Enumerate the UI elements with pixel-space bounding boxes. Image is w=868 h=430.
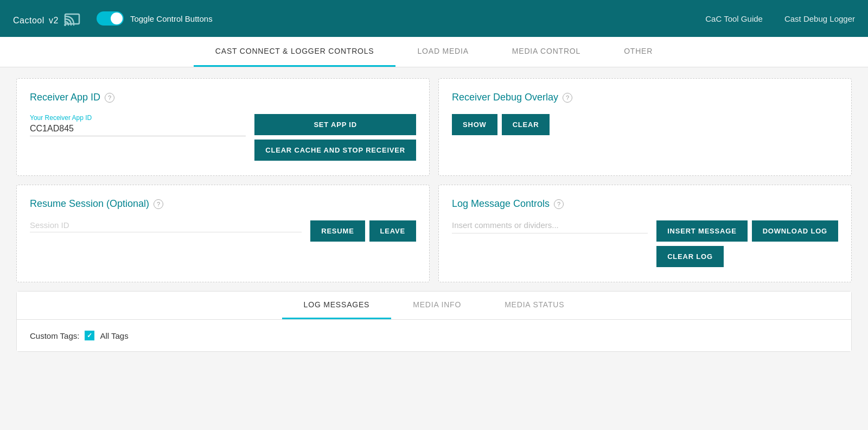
resume-session-body: Session ID RESUME LEAVE	[30, 220, 416, 242]
leave-button[interactable]: LEAVE	[369, 220, 416, 242]
log-controls-body: Insert comments or dividers... INSERT ME…	[452, 220, 838, 267]
receiver-app-id-body: Your Receiver App ID CC1AD845 SET APP ID…	[30, 114, 416, 161]
app-header: Cactool v2 Toggle Control Buttons CaC To…	[0, 0, 868, 37]
receiver-debug-body: SHOW CLEAR	[452, 114, 838, 135]
log-input-placeholder[interactable]: Insert comments or dividers...	[452, 220, 648, 233]
receiver-app-id-buttons: SET APP ID CLEAR CACHE AND STOP RECEIVER	[254, 114, 416, 161]
clear-debug-button[interactable]: CLEAR	[502, 114, 550, 135]
receiver-debug-help-icon[interactable]: ?	[563, 93, 572, 103]
receiver-debug-buttons: SHOW CLEAR	[452, 114, 550, 135]
receiver-app-id-card: Receiver App ID ? Your Receiver App ID C…	[16, 78, 430, 176]
toggle-label: Toggle Control Buttons	[130, 14, 213, 23]
log-message-buttons: INSERT MESSAGE DOWNLOAD LOG CLEAR LOG	[656, 220, 838, 267]
log-top-buttons: INSERT MESSAGE DOWNLOAD LOG	[656, 220, 838, 242]
cast-icon	[64, 11, 84, 26]
cac-tool-guide-link[interactable]: CaC Tool Guide	[705, 14, 763, 23]
header-nav: CaC Tool Guide Cast Debug Logger	[705, 14, 855, 23]
resume-button[interactable]: RESUME	[310, 220, 365, 242]
session-id-input-group: Session ID	[30, 220, 302, 232]
set-app-id-button[interactable]: SET APP ID	[254, 114, 416, 135]
cards-grid: Receiver App ID ? Your Receiver App ID C…	[16, 78, 852, 282]
tab-other[interactable]: OTHER	[602, 37, 674, 67]
resume-session-help-icon[interactable]: ?	[154, 199, 163, 209]
resume-session-card: Resume Session (Optional) ? Session ID R…	[16, 185, 430, 282]
log-input-area: Insert comments or dividers...	[452, 220, 648, 233]
session-id-placeholder[interactable]: Session ID	[30, 220, 302, 232]
log-tab-media-status[interactable]: MEDIA STATUS	[483, 292, 586, 319]
log-tab-log-messages[interactable]: LOG MESSAGES	[282, 292, 392, 319]
custom-tags-area: Custom Tags: All Tags	[30, 331, 838, 340]
receiver-app-id-input-group: Your Receiver App ID CC1AD845	[30, 114, 246, 136]
receiver-debug-overlay-title: Receiver Debug Overlay ?	[452, 92, 838, 103]
clear-log-button[interactable]: CLEAR LOG	[656, 246, 724, 267]
log-tab-media-info[interactable]: MEDIA INFO	[391, 292, 483, 319]
resume-session-buttons: RESUME LEAVE	[310, 220, 416, 242]
receiver-debug-overlay-card: Receiver Debug Overlay ? SHOW CLEAR	[438, 78, 852, 176]
resume-session-title: Resume Session (Optional) ?	[30, 198, 416, 210]
download-log-button[interactable]: DOWNLOAD LOG	[752, 220, 838, 242]
tab-media-control[interactable]: MEDIA CONTROL	[490, 37, 602, 67]
svg-point-1	[64, 24, 66, 26]
cast-debug-logger-link[interactable]: Cast Debug Logger	[784, 14, 855, 23]
log-tab-bar: LOG MESSAGES MEDIA INFO MEDIA STATUS	[17, 292, 851, 320]
log-message-controls-card: Log Message Controls ? Insert comments o…	[438, 185, 852, 282]
main-content: Receiver App ID ? Your Receiver App ID C…	[0, 67, 868, 363]
logo-area: Cactool v2	[13, 10, 84, 27]
toggle-control-buttons[interactable]	[97, 11, 124, 26]
log-body: Custom Tags: All Tags	[17, 320, 851, 351]
log-message-controls-title: Log Message Controls ?	[452, 198, 838, 210]
receiver-app-id-label: Your Receiver App ID	[30, 114, 246, 122]
app-title: Cactool v2	[13, 10, 59, 27]
receiver-app-id-value[interactable]: CC1AD845	[30, 124, 246, 136]
receiver-app-id-help-icon[interactable]: ?	[105, 93, 114, 103]
all-tags-label: All Tags	[100, 331, 128, 340]
log-section: LOG MESSAGES MEDIA INFO MEDIA STATUS Cus…	[16, 291, 852, 352]
main-tab-bar: CAST CONNECT & LOGGER CONTROLS LOAD MEDI…	[0, 37, 868, 67]
show-button[interactable]: SHOW	[452, 114, 497, 135]
custom-tags-label: Custom Tags:	[30, 331, 79, 340]
all-tags-checkbox[interactable]	[85, 331, 94, 340]
tab-cast-connect[interactable]: CAST CONNECT & LOGGER CONTROLS	[194, 37, 396, 67]
toggle-area: Toggle Control Buttons	[97, 11, 213, 26]
receiver-app-id-title: Receiver App ID ?	[30, 92, 416, 103]
tab-load-media[interactable]: LOAD MEDIA	[395, 37, 490, 67]
clear-cache-stop-receiver-button[interactable]: CLEAR CACHE AND STOP RECEIVER	[254, 140, 416, 161]
insert-message-button[interactable]: INSERT MESSAGE	[656, 220, 748, 242]
log-message-controls-help-icon[interactable]: ?	[554, 199, 564, 209]
